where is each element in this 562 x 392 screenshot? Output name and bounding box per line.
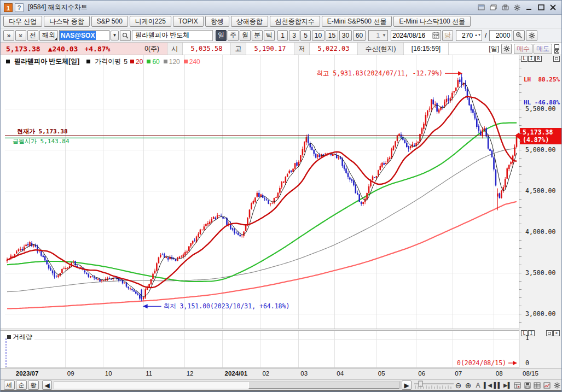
legend-ma5: 5 bbox=[124, 58, 128, 66]
minute-combo[interactable]: 1▼ bbox=[368, 30, 388, 41]
close-button[interactable] bbox=[548, 3, 558, 12]
export-excel-button[interactable] bbox=[513, 381, 522, 390]
symbol-search-button[interactable] bbox=[120, 30, 131, 41]
volume-last-annotation: 0(2024/08/15) bbox=[457, 359, 506, 367]
index-tab-4[interactable]: 니케이225 bbox=[130, 16, 171, 27]
period-button-월[interactable]: 월 bbox=[240, 30, 251, 41]
minimize-button[interactable] bbox=[524, 3, 534, 12]
mini-window-icons[interactable] bbox=[554, 44, 559, 54]
minute-button-15[interactable]: 15 bbox=[326, 30, 338, 41]
chart-settings-button[interactable] bbox=[526, 30, 537, 41]
zoom-slider[interactable] bbox=[414, 381, 454, 390]
index-tab-6[interactable]: 항셍 bbox=[205, 16, 229, 27]
bottom-button-세[interactable]: 세 bbox=[4, 381, 15, 390]
minute-buttons: 13510153060 bbox=[277, 30, 366, 41]
y-axis-tick bbox=[519, 281, 522, 282]
index-tab-10[interactable]: E-Mini 나스닥100 선물 bbox=[393, 16, 471, 27]
gear-icon bbox=[529, 32, 535, 39]
period-button-일[interactable]: 일 bbox=[216, 30, 227, 41]
spinner-arrows-icon[interactable]: ▲▼ bbox=[474, 34, 481, 37]
bottom-button-순[interactable]: 순 bbox=[16, 381, 27, 390]
symbol-name-field: 필라델피아 반도체 bbox=[132, 30, 213, 41]
chart-scrollbar-thumb[interactable] bbox=[248, 382, 399, 389]
settings-gear-icon[interactable] bbox=[512, 3, 522, 12]
minute-button-1[interactable]: 1 bbox=[277, 30, 288, 41]
x-axis-label: 06 bbox=[418, 370, 425, 377]
index-tab-2[interactable]: 나스닥 종합 bbox=[44, 16, 89, 27]
symbol-input[interactable]: NAS@SOX bbox=[59, 30, 109, 41]
bottom-button-황[interactable]: 황 bbox=[28, 381, 39, 390]
y-axis-tick bbox=[519, 76, 522, 77]
minute-button-3[interactable]: 3 bbox=[289, 30, 299, 41]
step-forward-button[interactable]: ▶▌ bbox=[503, 381, 512, 390]
ma-color-square-icon bbox=[147, 60, 150, 63]
time-axis-right-label: 08/15 bbox=[523, 370, 538, 377]
zoom-plus-button[interactable] bbox=[513, 30, 525, 41]
price-chart-canvas[interactable]: 최고 5,931.83(2024/07/11, -12.79%)최저 3,151… bbox=[5, 55, 519, 329]
window-bottom-edge bbox=[1, 390, 561, 391]
index-tab-7[interactable]: 상해종합 bbox=[231, 16, 268, 27]
date-input[interactable]: 2024/08/16 bbox=[391, 30, 441, 41]
dang-button[interactable]: 당 bbox=[442, 30, 453, 41]
overseas-menu-button[interactable]: 해외 bbox=[39, 30, 58, 41]
scroll-left-button[interactable]: ◀ bbox=[42, 381, 52, 390]
chart-width-input[interactable]: 2000 bbox=[489, 30, 512, 41]
volume-pane-window-icons: × bbox=[546, 330, 560, 336]
screen-number-badge[interactable]: 1 bbox=[4, 3, 13, 12]
minute-button-60[interactable]: 60 bbox=[353, 30, 366, 41]
chart-scrollbar-track[interactable] bbox=[54, 381, 401, 389]
expand-left-chevron-button[interactable]: » bbox=[3, 30, 14, 41]
period-button-주[interactable]: 주 bbox=[228, 30, 239, 41]
calendar-icon bbox=[432, 32, 439, 39]
current-price-line-label: 현재가 5,173.38 bbox=[17, 128, 68, 135]
y-axis-label: 3,500.00 bbox=[525, 269, 555, 277]
sell-button[interactable]: 매도 bbox=[534, 44, 552, 54]
y-axis-tick bbox=[519, 84, 522, 85]
volume-chart-canvas[interactable]: 0(2024/08/15) bbox=[5, 331, 519, 368]
minute-button-5[interactable]: 5 bbox=[300, 30, 311, 41]
bar-count-stepper[interactable]: 270▲▼ bbox=[456, 30, 482, 41]
help-icon[interactable]: ? bbox=[15, 3, 24, 12]
minute-button-10[interactable]: 10 bbox=[312, 30, 325, 41]
index-tab-9[interactable]: E-Mini S&P500 선물 bbox=[322, 16, 392, 27]
period-button-틱[interactable]: 틱 bbox=[264, 30, 275, 41]
new-window-icon[interactable] bbox=[476, 3, 486, 12]
x-axis-label: 07 bbox=[455, 370, 462, 377]
chart-gear-button[interactable] bbox=[552, 381, 561, 390]
symbol-dropdown-button[interactable]: ▼ bbox=[111, 31, 119, 40]
mini-chart-button[interactable] bbox=[542, 381, 552, 390]
index-tab-3[interactable]: S&P 500 bbox=[91, 16, 128, 27]
pane-restore-icon[interactable] bbox=[546, 330, 553, 336]
series-square-icon bbox=[6, 60, 10, 63]
y-axis-tick bbox=[519, 60, 522, 60]
index-tab-1[interactable]: 다우 산업 bbox=[3, 16, 42, 27]
capture-icon[interactable] bbox=[500, 3, 510, 12]
minute-button-30[interactable]: 30 bbox=[339, 30, 352, 41]
x-axis-label: 02 bbox=[262, 370, 269, 377]
y-axis-tick bbox=[519, 125, 522, 126]
data-table-button[interactable] bbox=[532, 381, 542, 390]
y-axis-tick bbox=[519, 191, 522, 191]
index-tab-8[interactable]: 심천종합지수 bbox=[270, 16, 320, 27]
expand-down-chevron-button[interactable]: » bbox=[15, 30, 26, 41]
period-button-분[interactable]: 분 bbox=[252, 30, 263, 41]
pane-close-icon[interactable]: × bbox=[553, 330, 560, 336]
y-axis-tick bbox=[519, 199, 522, 200]
scroll-right-button[interactable]: ▶ bbox=[402, 381, 412, 390]
step-back-button[interactable]: ▌◀ bbox=[483, 381, 493, 390]
save-button[interactable] bbox=[523, 381, 532, 390]
box-icon bbox=[554, 44, 559, 49]
pane-settings-button[interactable] bbox=[501, 44, 512, 54]
cascade-window-icon[interactable] bbox=[488, 3, 498, 12]
recv-time: [16:15:59] bbox=[404, 43, 449, 55]
y-axis-label: 4,000.00 bbox=[525, 228, 555, 236]
auto-scale-button[interactable]: A bbox=[473, 381, 483, 390]
all-markets-button[interactable]: 전 bbox=[27, 30, 38, 41]
index-tab-5[interactable]: TOPIX bbox=[173, 16, 204, 27]
maximize-button[interactable] bbox=[536, 3, 546, 12]
zoom-in-button[interactable]: ⊕ bbox=[463, 381, 473, 390]
pause-button[interactable]: ▌▌ bbox=[493, 381, 502, 390]
volume-axis-top: 1 bbox=[525, 334, 529, 342]
zoom-out-button[interactable]: ⊖ bbox=[454, 381, 463, 390]
buy-button[interactable]: 매수 bbox=[514, 44, 532, 54]
